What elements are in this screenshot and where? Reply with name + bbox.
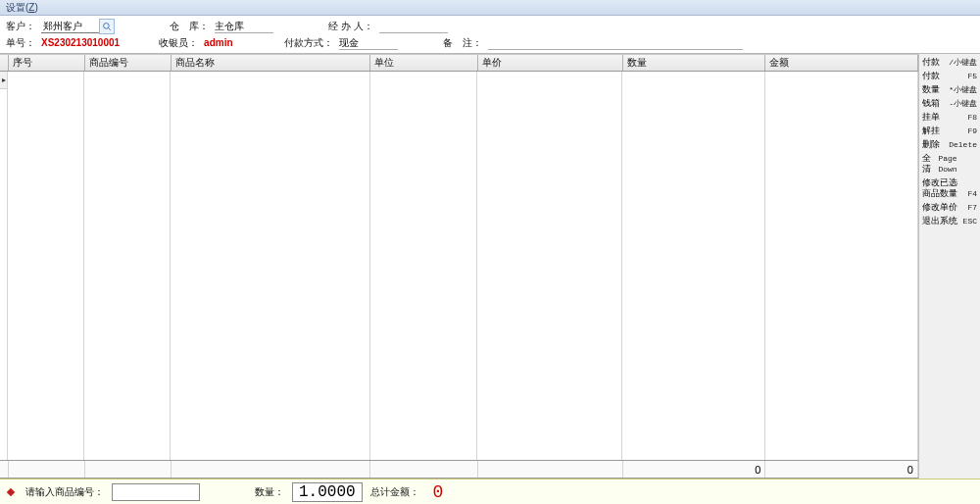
footer-bar: 请输入商品编号： 数量： 1.0000 总计金额： 0 bbox=[0, 479, 980, 504]
svg-point-0 bbox=[104, 24, 110, 29]
paymethod-label: 付款方式： bbox=[284, 36, 333, 50]
remark-label: 备 注： bbox=[443, 36, 482, 50]
remark-value[interactable] bbox=[488, 36, 743, 50]
footer-total-label: 总计金额： bbox=[370, 485, 419, 499]
shortcut-hold: 挂单F8 bbox=[921, 111, 978, 124]
cashier-label: 收银员： bbox=[159, 36, 198, 50]
grid-header-amount[interactable]: 金额 bbox=[765, 55, 918, 71]
grid-header-unit[interactable]: 单位 bbox=[370, 55, 478, 71]
shortcut-qty: 数量*小键盘 bbox=[921, 83, 978, 96]
grid-body[interactable] bbox=[0, 72, 918, 461]
grid-header-qty[interactable]: 数量 bbox=[623, 55, 766, 71]
footer-total-value: 0 bbox=[433, 482, 463, 502]
menu-bar[interactable]: 设置(Z) bbox=[0, 0, 980, 16]
operator-label: 经 办 人： bbox=[328, 20, 373, 33]
total-amount-cell: 0 bbox=[765, 461, 918, 478]
footer-qty-label: 数量： bbox=[255, 485, 284, 499]
product-code-input[interactable] bbox=[112, 483, 200, 501]
paymethod-value[interactable]: 现金 bbox=[339, 36, 398, 50]
cashier-value: admin bbox=[204, 36, 253, 50]
customer-search-button[interactable] bbox=[99, 19, 115, 34]
billno-value: XS230213010001 bbox=[41, 36, 120, 50]
grid-header-seq[interactable]: 序号 bbox=[9, 55, 85, 71]
shortcut-exit: 退出系统ESC bbox=[921, 215, 978, 227]
svg-line-1 bbox=[109, 28, 111, 30]
billno-label: 单号： bbox=[6, 36, 35, 50]
shortcut-paytype: 付款F5 bbox=[921, 70, 978, 82]
grid-header-price[interactable]: 单价 bbox=[478, 55, 623, 71]
warehouse-value[interactable]: 主仓库 bbox=[215, 20, 273, 33]
total-qty-cell: 0 bbox=[623, 461, 766, 478]
shortcut-cashbox: 钱箱-小键盘 bbox=[921, 97, 978, 110]
footer-code-label: 请输入商品编号： bbox=[25, 485, 104, 499]
grid-header: 序号 商品编号 商品名称 单位 单价 数量 金额 bbox=[0, 54, 918, 72]
shortcut-editselqty: 修改已选商品数量F4 bbox=[921, 176, 978, 200]
search-icon bbox=[102, 22, 112, 31]
grid-header-rowselector bbox=[0, 55, 9, 71]
grid-totals-row: 0 0 bbox=[0, 461, 918, 479]
shortcut-panel: 付款/小键盘 付款F5 数量*小键盘 钱箱-小键盘 挂单F8 解挂F9 删除De… bbox=[919, 54, 980, 479]
grid-header-name[interactable]: 商品名称 bbox=[172, 55, 371, 71]
shortcut-delete: 删除Delete bbox=[921, 138, 978, 151]
shortcut-editprice: 修改单价F7 bbox=[921, 201, 978, 214]
customer-input[interactable] bbox=[41, 20, 100, 33]
grid-header-code[interactable]: 商品编号 bbox=[85, 55, 172, 71]
items-grid[interactable]: 序号 商品编号 商品名称 单位 单价 数量 金额 bbox=[0, 54, 919, 479]
menu-settings[interactable]: 设置(Z) bbox=[6, 1, 38, 15]
shortcut-unhold: 解挂F9 bbox=[921, 125, 978, 137]
qty-input[interactable]: 1.0000 bbox=[292, 482, 363, 502]
shortcut-clear: 全清Page Down bbox=[921, 152, 978, 176]
warehouse-label: 仓 库： bbox=[170, 20, 209, 33]
footer-marker-icon bbox=[8, 486, 18, 497]
header-form: 客户： 仓 库： 主仓库 经 办 人： 单号： XS230213010001 收… bbox=[0, 16, 980, 54]
operator-value[interactable] bbox=[379, 20, 448, 33]
row-indicator bbox=[0, 72, 8, 89]
shortcut-pay: 付款/小键盘 bbox=[921, 56, 978, 69]
customer-label: 客户： bbox=[6, 20, 35, 33]
